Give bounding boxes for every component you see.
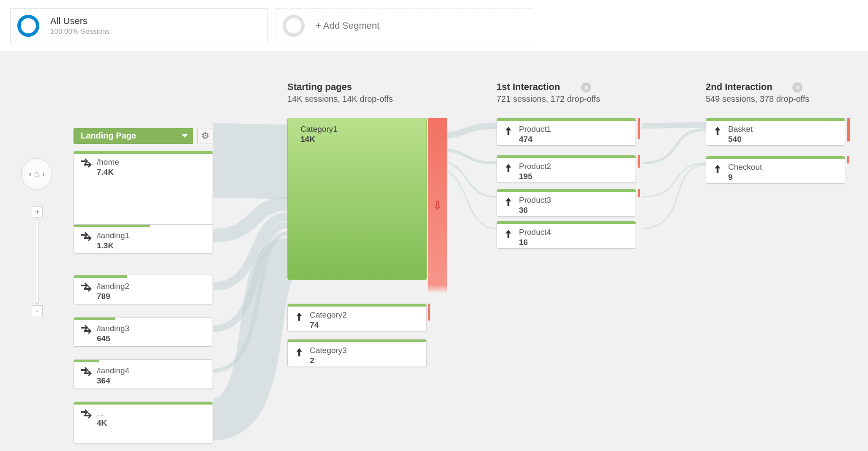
node-value: 16 [519,238,551,247]
merge-icon [294,311,305,330]
start-node[interactable]: Category32 [287,339,427,367]
landing-node[interactable]: /landing3645 [74,317,213,347]
start-node[interactable]: Category274 [287,304,427,331]
node-label: /landing2 [97,282,129,291]
column-header-int2: 2nd Interaction 549 sessions, 378 drop-o… [706,82,809,104]
column-header-int1: 1st Interaction 721 sessions, 172 drop-o… [497,82,600,104]
col-title: Starting pages [287,82,393,92]
zoom-track[interactable] [36,219,38,304]
int1-node[interactable]: Product336 [497,189,636,217]
segment-bar: All Users 100.00% Sessions + Add Segment [0,0,868,52]
node-value: 4K [97,418,107,428]
gear-icon: ⚙ [201,130,210,141]
dropoff-slim [428,304,430,321]
zoom-slider[interactable]: + - [32,206,43,316]
segment-all-users[interactable]: All Users 100.00% Sessions [10,8,268,43]
node-label: Product3 [519,196,551,205]
node-label: Category1 [300,125,338,134]
merge-icon [503,228,514,247]
merge-icon [294,346,305,365]
zoom-out-button[interactable]: - [32,305,43,316]
merge-icon [503,162,514,181]
node-value: 1.3K [97,241,129,250]
landing-node-other[interactable]: ...4K [74,402,213,444]
node-label: Category2 [310,311,347,320]
int2-node[interactable]: Checkout9 [706,156,845,184]
dropoff-slim [638,189,640,197]
merge-icon [503,125,514,144]
enter-icon [80,282,92,301]
node-value: 14K [300,135,338,144]
int1-node[interactable]: Product416 [497,221,636,249]
int2-node[interactable]: Basket540 [706,118,845,146]
node-label: Product2 [519,162,551,171]
landing-node[interactable]: /landing4364 [74,359,213,389]
enter-icon [80,324,92,343]
int1-node[interactable]: Product1474 [497,118,636,146]
remove-column-button[interactable]: ✕ [792,82,802,92]
enter-icon [80,367,92,386]
node-value: 645 [97,334,129,343]
merge-icon [712,125,723,144]
add-segment-button[interactable]: + Add Segment [276,8,533,43]
node-label: Product4 [519,228,551,237]
dropoff-slim [847,156,849,163]
node-value: 364 [97,376,129,386]
flow-canvas[interactable]: ‹ ⌂ › + - Landing Page ⚙ Starting pages … [0,52,868,451]
column-header-start: Starting pages 14K sessions, 14K drop-of… [287,82,393,104]
node-value: 474 [519,135,551,144]
node-value: 36 [519,206,551,215]
node-label: Checkout [728,163,762,172]
enter-icon [80,158,92,177]
start-node-category1[interactable]: Category114K [287,118,427,280]
node-label: Product1 [519,125,551,134]
col-subtitle: 549 sessions, 378 drop-offs [706,94,809,104]
node-label: /landing4 [97,367,129,375]
dimension-label: Landing Page [81,131,136,140]
node-label: Category3 [310,346,347,355]
node-label: /landing3 [97,324,129,333]
landing-node[interactable]: /landing11.3K [74,224,213,254]
node-value: 7.4K [97,168,119,177]
zoom-in-button[interactable]: + [32,206,43,217]
merge-icon [503,196,514,215]
node-value: 195 [519,172,551,181]
landing-node-home[interactable]: /home 7.4K [74,151,213,227]
home-icon[interactable]: ⌂ [34,168,39,179]
dropoff-arrow-icon: ⇩ [433,199,442,212]
pan-right-icon[interactable]: › [42,170,45,179]
pan-left-icon[interactable]: ‹ [29,170,31,179]
remove-column-button[interactable]: ✕ [581,82,591,92]
node-value: 9 [728,173,762,182]
dropoff-slim [847,118,850,141]
int1-node[interactable]: Product2195 [497,155,636,183]
landing-node[interactable]: /landing2789 [74,275,213,304]
add-segment-label: + Add Segment [316,20,379,31]
enter-icon [80,409,92,428]
enter-icon [80,231,92,250]
node-label: /home [97,158,119,167]
dropoff-slim [638,155,640,168]
dropoff-slim [638,118,640,139]
dimension-dropdown[interactable]: Landing Page [74,128,193,144]
col-subtitle: 721 sessions, 172 drop-offs [497,94,600,104]
node-value: 2 [310,356,347,365]
pan-dial[interactable]: ‹ ⌂ › [21,158,52,190]
node-value: 540 [728,135,753,144]
node-label: Basket [728,125,753,134]
chevron-down-icon [182,134,188,138]
node-label: ... [97,409,107,418]
segment-ring-icon [283,15,305,37]
settings-button[interactable]: ⚙ [197,128,213,144]
segment-ring-icon [17,15,39,37]
segment-subtitle: 100.00% Sessions [50,27,110,36]
node-value: 789 [97,292,129,301]
dropoff-bar: ⇩ [428,118,447,293]
merge-icon [712,163,723,182]
node-label: /landing1 [97,231,129,240]
node-value: 74 [310,321,347,330]
segment-title: All Users [50,16,110,27]
col-subtitle: 14K sessions, 14K drop-offs [287,94,393,104]
